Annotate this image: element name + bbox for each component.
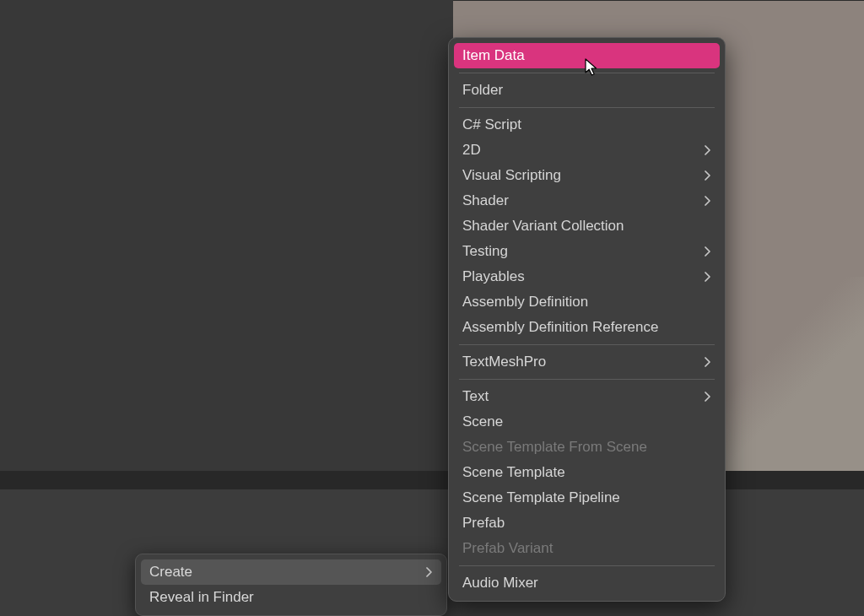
menu-item-item-data[interactable]: Item Data: [454, 43, 720, 68]
chevron-right-icon: [705, 357, 711, 367]
viewport-left-panel: [0, 0, 453, 471]
menu-label: Visual Scripting: [462, 166, 561, 185]
chevron-right-icon: [705, 196, 711, 206]
menu-item-scene-template-from-scene: Scene Template From Scene: [454, 435, 720, 460]
menu-label: Shader: [462, 192, 509, 210]
context-menu: Create Reveal in Finder: [135, 554, 447, 616]
menu-label: Item Data: [462, 46, 525, 65]
menu-item-shader-variant-collection[interactable]: Shader Variant Collection: [454, 213, 720, 239]
chevron-right-icon: [705, 272, 711, 282]
menu-label: Assembly Definition Reference: [462, 318, 658, 337]
menu-separator: [459, 379, 715, 380]
menu-label: Testing: [462, 242, 508, 261]
menu-label: Assembly Definition: [462, 293, 588, 311]
menu-item-csharp-script[interactable]: C# Script: [454, 112, 720, 138]
menu-label: Folder: [462, 81, 503, 100]
menu-label: Scene: [462, 413, 503, 431]
menu-item-assembly-definition-reference[interactable]: Assembly Definition Reference: [454, 315, 720, 340]
chevron-right-icon: [705, 170, 711, 181]
menu-label: Audio Mixer: [462, 574, 538, 592]
menu-separator: [459, 107, 715, 108]
menu-item-text[interactable]: Text: [454, 384, 720, 409]
menu-label: Text: [462, 387, 489, 406]
menu-label: Prefab: [462, 514, 505, 532]
menu-label: Reveal in Finder: [149, 589, 254, 606]
menu-item-shader[interactable]: Shader: [454, 188, 720, 213]
menu-label: Scene Template From Scene: [462, 438, 647, 457]
menu-item-reveal-in-finder[interactable]: Reveal in Finder: [141, 585, 441, 610]
menu-label: C# Script: [462, 116, 521, 134]
menu-label: Playables: [462, 267, 525, 286]
menu-label: Shader Variant Collection: [462, 217, 624, 235]
menu-item-prefab-variant: Prefab Variant: [454, 536, 720, 561]
menu-item-2d[interactable]: 2D: [454, 138, 720, 163]
chevron-right-icon: [426, 567, 433, 577]
menu-label: Prefab Variant: [462, 539, 553, 558]
menu-item-playables[interactable]: Playables: [454, 264, 720, 289]
menu-item-visual-scripting[interactable]: Visual Scripting: [454, 163, 720, 188]
menu-item-scene[interactable]: Scene: [454, 409, 720, 435]
chevron-right-icon: [705, 246, 711, 257]
chevron-right-icon: [705, 392, 711, 402]
menu-label: Scene Template Pipeline: [462, 489, 620, 507]
menu-item-assembly-definition[interactable]: Assembly Definition: [454, 289, 720, 315]
panel-divider[interactable]: [0, 471, 864, 489]
menu-separator: [459, 344, 715, 345]
menu-label: Create: [149, 564, 192, 581]
scene-viewport-area: [0, 0, 864, 471]
menu-label: 2D: [462, 141, 481, 159]
menu-item-scene-template[interactable]: Scene Template: [454, 460, 720, 485]
chevron-right-icon: [705, 145, 711, 155]
menu-item-create[interactable]: Create: [141, 559, 441, 585]
menu-item-folder[interactable]: Folder: [454, 78, 720, 103]
menu-item-scene-template-pipeline[interactable]: Scene Template Pipeline: [454, 485, 720, 511]
menu-label: Scene Template: [462, 463, 565, 482]
menu-item-testing[interactable]: Testing: [454, 239, 720, 264]
create-submenu: Item Data Folder C# Script 2D Visual Scr…: [448, 37, 726, 602]
menu-label: TextMeshPro: [462, 353, 546, 371]
menu-item-audio-mixer[interactable]: Audio Mixer: [454, 570, 720, 596]
menu-separator: [459, 73, 715, 73]
menu-item-textmeshpro[interactable]: TextMeshPro: [454, 349, 720, 375]
menu-item-prefab[interactable]: Prefab: [454, 511, 720, 536]
menu-separator: [459, 565, 715, 566]
